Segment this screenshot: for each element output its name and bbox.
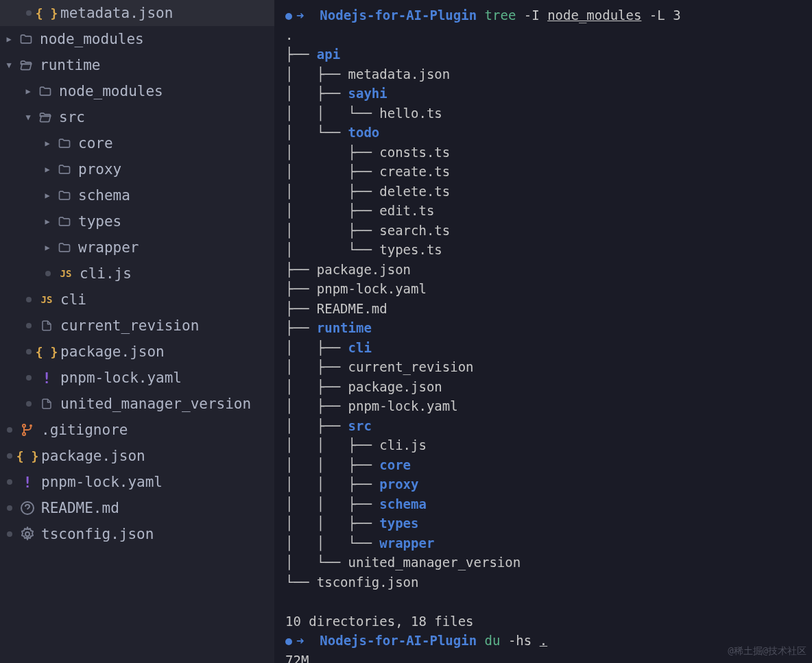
chevron-right-icon[interactable] (41, 165, 53, 174)
yaml-icon: ! (38, 370, 55, 387)
tree-entry: current_revision (348, 359, 474, 374)
chevron-right-icon[interactable] (41, 191, 53, 200)
modified-dot-icon (7, 479, 12, 485)
terminal-panel[interactable]: ➜ Nodejs-for-AI-Plugin tree -I node_modu… (274, 0, 812, 663)
folder-icon (56, 189, 73, 202)
tree-entry: . (285, 27, 293, 43)
tree-item[interactable]: JScli (0, 287, 274, 313)
prompt-line-1: ➜ Nodejs-for-AI-Plugin tree -I node_modu… (285, 5, 812, 25)
folder-icon (56, 241, 73, 254)
tree-entry: package.json (317, 262, 411, 277)
tree-entry: cli (348, 340, 372, 355)
tree-item-label: cli (60, 291, 86, 308)
tree-line: │ ├── current_revision (285, 357, 812, 377)
chevron-right-icon[interactable] (3, 34, 15, 44)
tree-item[interactable]: types (0, 208, 274, 234)
tree-item[interactable]: core (0, 130, 274, 156)
tree-item[interactable]: !pnpm-lock.yaml (0, 365, 274, 391)
tree-line: ├── package.json (285, 260, 812, 280)
folder-icon (37, 110, 53, 124)
json-icon: { } (19, 449, 36, 463)
tree-entry: cli.js (379, 437, 427, 453)
tree-entry: pnpm-lock.yaml (348, 398, 458, 413)
tree-item-label: proxy (78, 161, 121, 178)
tree-item-label: schema (78, 187, 130, 204)
tree-line: │ ├── search.ts (285, 221, 812, 241)
tree-item[interactable]: current_revision (0, 313, 274, 339)
tree-entry: create.ts (379, 164, 450, 179)
tree-item[interactable]: { }package.json (0, 339, 274, 365)
tree-item[interactable]: README.md (0, 495, 274, 521)
tree-item[interactable]: runtime (0, 52, 274, 78)
chevron-right-icon[interactable] (41, 138, 53, 148)
tree-line: │ ├── edit.ts (285, 201, 812, 221)
file-icon (38, 398, 55, 410)
tree-entry: types (379, 516, 418, 531)
modified-dot-icon (7, 427, 12, 433)
tree-item[interactable]: JScli.js (0, 261, 274, 287)
tree-item[interactable]: .gitignore (0, 417, 274, 443)
modified-dot-icon (7, 505, 12, 511)
json-icon: { } (38, 6, 55, 21)
folder-icon (56, 215, 73, 228)
status-dot-icon (285, 13, 292, 20)
tree-line: . (285, 25, 812, 45)
tree-item-label: package.json (60, 343, 165, 360)
watermark: @稀土掘@技术社区 (728, 645, 807, 658)
tree-line: │ │ └── wrapper (285, 533, 812, 553)
tree-entry: sayhi (348, 86, 387, 101)
chevron-down-icon[interactable] (3, 60, 15, 70)
arg-underline: . (540, 633, 547, 648)
tree-line: │ │ ├── types (285, 514, 812, 533)
tree-line: │ │ ├── schema (285, 494, 812, 514)
tree-item[interactable]: node_modules (0, 26, 274, 52)
tree-line: └── tsconfig.json (285, 572, 812, 592)
chevron-down-icon[interactable] (22, 112, 34, 122)
gear-icon (19, 526, 36, 542)
tree-item-label: metadata.json (60, 5, 173, 21)
tree-line: │ ├── pnpm-lock.yaml (285, 396, 812, 416)
tree-item-label: united_manager_version (60, 396, 251, 412)
tree-item[interactable]: { }metadata.json (0, 0, 274, 26)
file-explorer-sidebar[interactable]: { }metadata.jsonnode_modulesruntimenode_… (0, 0, 274, 663)
chevron-right-icon[interactable] (41, 217, 53, 226)
tree-item[interactable]: node_modules (0, 78, 274, 104)
tree-item-label: runtime (40, 57, 101, 73)
tree-item[interactable]: !pnpm-lock.yaml (0, 469, 274, 495)
tree-item[interactable]: src (0, 104, 274, 130)
tree-entry: types.ts (379, 242, 442, 257)
tree-item-label: current_revision (60, 317, 199, 334)
tree-line: │ ├── cli (285, 338, 812, 358)
tree-line: ├── runtime (285, 318, 812, 338)
tree-item[interactable]: proxy (0, 156, 274, 182)
tree-item[interactable]: schema (0, 182, 274, 208)
blank-line (285, 592, 812, 612)
tree-item[interactable]: tsconfig.json (0, 521, 274, 547)
tree-line: │ ├── metadata.json (285, 64, 812, 84)
tree-item[interactable]: { }package.json (0, 443, 274, 469)
tree-item-label: README.md (41, 500, 119, 516)
tree-line: ├── README.md (285, 299, 812, 319)
tree-item-label: pnpm-lock.yaml (41, 474, 163, 490)
arg: -L 3 (649, 8, 681, 23)
tree-item[interactable]: wrapper (0, 234, 274, 261)
chevron-right-icon[interactable] (22, 86, 34, 96)
tree-line: │ ├── package.json (285, 377, 812, 397)
tree-entry: wrapper (379, 535, 434, 551)
chevron-right-icon[interactable] (41, 243, 53, 252)
tree-entry: proxy (379, 477, 418, 492)
tree-item[interactable]: united_manager_version (0, 391, 274, 417)
tree-line: │ ├── consts.ts (285, 143, 812, 162)
tree-entry: united_manager_version (348, 555, 521, 570)
js-icon: JS (38, 294, 55, 305)
tree-summary: 10 directories, 18 files (285, 612, 812, 631)
tree-line: │ ├── delete.ts (285, 182, 812, 202)
tree-line: │ └── todo (285, 123, 812, 143)
tree-line: │ │ ├── core (285, 455, 812, 475)
tree-item-label: src (59, 109, 85, 125)
tree-item-label: tsconfig.json (41, 526, 154, 542)
modified-dot-icon (26, 297, 32, 302)
modified-dot-icon (7, 453, 12, 459)
tree-line: │ │ ├── cli.js (285, 435, 812, 455)
tree-item-label: cli.js (80, 265, 132, 282)
